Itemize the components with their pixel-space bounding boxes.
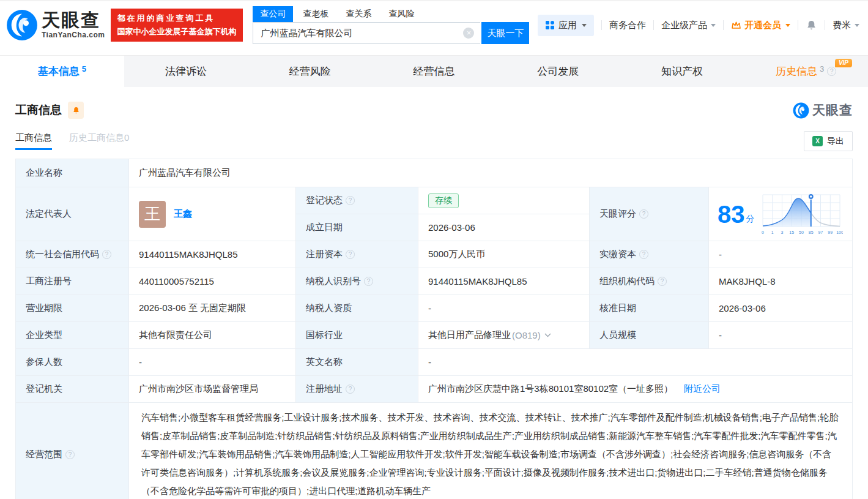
company-type-value: 其他有限责任公司 [129, 322, 296, 349]
taxpayer-id-label: 纳税人识别号 [306, 276, 361, 287]
nav-enterprise-products[interactable]: 企业级产品 [661, 20, 716, 31]
tab-operation-info[interactable]: 经营信息 [372, 56, 496, 87]
chevron-down-icon [711, 24, 716, 27]
svg-text:97: 97 [818, 230, 823, 234]
chevron-down-icon [582, 24, 587, 27]
nav-divider [723, 20, 724, 30]
org-code-label: 组织机构代码 [599, 276, 655, 287]
search-tab-company[interactable]: 查公司 [253, 6, 293, 22]
tab-operation-risk[interactable]: 经营风险 [248, 56, 372, 87]
search-input[interactable] [253, 22, 480, 44]
reg-capital-label: 注册资本 [306, 249, 343, 260]
tianyancha-logo[interactable]: 天眼查 TianYanCha.com [6, 9, 105, 41]
legal-rep-label: 法定代表人 [16, 187, 129, 241]
reg-number-label: 工商注册号 [16, 268, 129, 295]
staff-size-label: 人员规模 [590, 322, 709, 349]
top-header: 天眼查 TianYanCha.com 都在用的商业查询工具 国家中小企业发展子基… [0, 0, 868, 49]
taxpayer-qualification-value: - [418, 295, 590, 322]
legal-rep-avatar[interactable]: 王 [139, 201, 166, 228]
business-scope-label: 经营范围 [26, 449, 62, 460]
notification-bell-icon[interactable] [806, 19, 817, 31]
svg-text:99: 99 [828, 230, 833, 234]
monitor-bell-button[interactable] [68, 102, 84, 119]
reg-address-label: 注册地址 [306, 383, 343, 395]
taxpayer-qualification-label: 纳税人资质 [296, 295, 418, 322]
username-label: 费米 [833, 20, 851, 31]
apps-label: 应用 [558, 20, 577, 31]
tianyancha-logo-icon [6, 9, 38, 41]
staff-size-value: - [709, 322, 853, 349]
chevron-down-icon[interactable] [544, 333, 551, 337]
search-tab-relation[interactable]: 查关系 [338, 6, 379, 22]
subtab-history-business-info[interactable]: 历史工商信息0 [69, 132, 129, 150]
tab-basic-info[interactable]: 基本信息 5 [0, 56, 124, 87]
section-title: 工商信息 [15, 102, 62, 118]
industry-value: 其他日用产品修理业 [428, 329, 511, 341]
watermark-text: 天眼查 [812, 102, 853, 119]
help-icon[interactable]: ? [346, 385, 355, 394]
reg-status-value-cell: 存续 [418, 187, 590, 214]
svg-text:85: 85 [808, 230, 813, 234]
help-icon[interactable]: ? [65, 450, 75, 459]
english-name-label: 英文名称 [296, 349, 418, 376]
tab-intellectual-property[interactable]: 知识产权 [620, 56, 744, 87]
chevron-down-icon [855, 24, 859, 27]
tab-label: 基本信息 [38, 64, 80, 78]
search-tab-risk[interactable]: 查风险 [381, 6, 421, 22]
svg-text:1: 1 [771, 230, 773, 234]
open-vip-label: 开通会员 [744, 20, 781, 31]
help-icon[interactable]: ? [364, 277, 373, 286]
tab-label: 法律诉讼 [165, 64, 207, 78]
score-label: 天眼评分 [599, 208, 636, 220]
tab-label: 经营信息 [414, 64, 455, 78]
reg-address-label-cell: 注册地址 ? [296, 376, 418, 403]
apps-menu-button[interactable]: 应用 [538, 15, 594, 36]
tab-history-info[interactable]: 历史信息 3 ? VIP [744, 56, 868, 87]
score-unit: 分 [746, 214, 755, 225]
search-tab-boss[interactable]: 查老板 [295, 6, 336, 22]
subtab-business-info[interactable]: 工商信息 [15, 132, 52, 150]
credit-code-label: 统一社会信用代码 [26, 249, 99, 260]
slogan-line-1: 都在用的商业查询工具 [117, 13, 237, 24]
export-button[interactable]: X 导出 [804, 131, 853, 151]
tab-legal-proceedings[interactable]: 法律诉讼 [124, 56, 248, 87]
help-icon[interactable]: ? [346, 196, 355, 205]
tab-company-development[interactable]: 公司发展 [496, 56, 620, 87]
help-icon[interactable]: ? [346, 250, 355, 259]
reg-status-label-cell: 登记状态 ? [296, 187, 418, 214]
reg-number-value: 440110005752115 [129, 268, 296, 295]
reg-address-value-cell: 广州市南沙区庆慧中路1号3栋80101室80102室（一址多照） 附近公司 [418, 376, 853, 403]
nav-divider [653, 20, 654, 30]
nav-user-account[interactable]: 费米 [833, 20, 859, 31]
business-scope-label-cell: 经营范围 ? [16, 403, 129, 499]
credit-code-value: 91440115MAK8JHQL85 [129, 241, 296, 268]
tianyancha-watermark: 天眼查 [793, 102, 853, 119]
reg-status-label: 登记状态 [306, 195, 343, 206]
alert-bell-icon [72, 106, 80, 115]
subtabs-row: 工商信息 历史工商信息0 X 导出 [15, 131, 853, 151]
industry-value-cell: 其他日用产品修理业 (O819) [418, 322, 590, 349]
business-term-label: 营业期限 [16, 295, 129, 322]
establish-date-value: 2026-03-06 [418, 214, 590, 241]
help-icon[interactable]: ? [639, 209, 648, 219]
help-icon[interactable]: ? [639, 250, 648, 259]
taxpayer-id-value: 91440115MAK8JHQL85 [418, 268, 590, 295]
nearby-companies-link[interactable]: 附近公司 [684, 383, 721, 395]
english-name-value: - [418, 349, 853, 376]
nav-open-vip[interactable]: 开通会员 [731, 20, 790, 31]
help-icon[interactable]: ? [658, 277, 667, 286]
nav-divider [798, 20, 798, 30]
business-term-value: 2026-03-06 至 无固定期限 [129, 295, 296, 322]
search-button[interactable]: 天眼一下 [481, 22, 529, 44]
help-icon[interactable]: ? [102, 250, 111, 259]
taxpayer-id-label-cell: 纳税人识别号 ? [296, 268, 418, 295]
top-right-nav: 应用 商务合作 企业级产品 开通会员 费米 [538, 15, 859, 36]
legal-rep-name-link[interactable]: 王鑫 [174, 208, 192, 220]
help-icon[interactable]: ? [827, 67, 836, 76]
nav-business-cooperation[interactable]: 商务合作 [609, 20, 646, 31]
svg-text:15: 15 [789, 230, 794, 234]
legal-rep-cell: 王 王鑫 [129, 187, 296, 241]
org-code-label-cell: 组织机构代码 ? [590, 268, 709, 295]
excel-icon: X [812, 136, 823, 146]
reg-capital-value: 5000万人民币 [418, 241, 590, 268]
